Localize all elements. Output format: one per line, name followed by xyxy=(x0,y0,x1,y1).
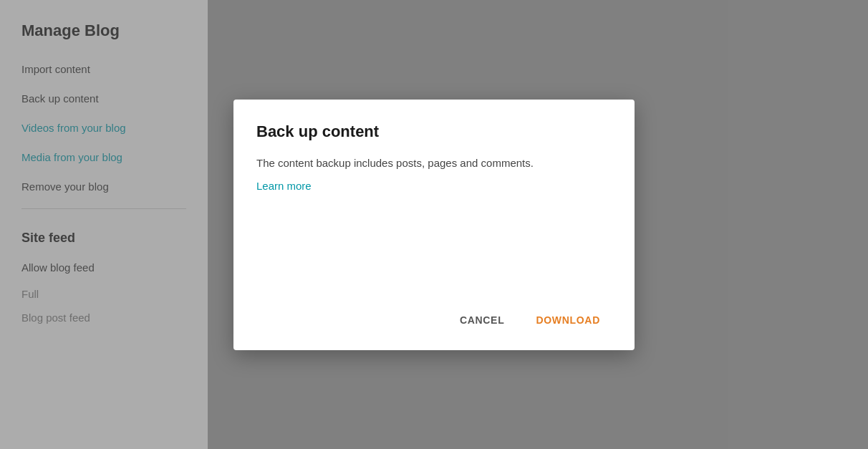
download-button[interactable]: DOWNLOAD xyxy=(524,307,612,333)
dialog-actions: CANCEL DOWNLOAD xyxy=(256,307,612,333)
cancel-button[interactable]: CANCEL xyxy=(448,307,516,333)
dialog-learn-more-link[interactable]: Learn more xyxy=(256,180,612,192)
dialog-spacer xyxy=(256,192,612,279)
dialog-title: Back up content xyxy=(256,122,612,141)
dialog: Back up content The content backup inclu… xyxy=(233,100,635,350)
dialog-backdrop: Back up content The content backup inclu… xyxy=(0,0,868,449)
dialog-body: The content backup includes posts, pages… xyxy=(256,155,612,172)
